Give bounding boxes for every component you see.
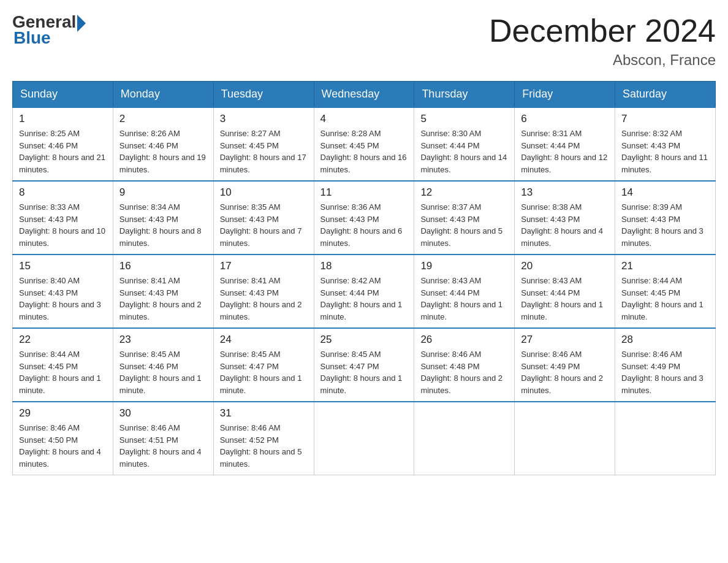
day-number: 17 (220, 260, 308, 272)
calendar-cell (314, 402, 414, 475)
calendar-cell (515, 402, 615, 475)
weekday-header-sunday: Sunday (13, 82, 113, 108)
day-info: Sunrise: 8:44 AMSunset: 4:45 PMDaylight:… (19, 348, 107, 396)
day-number: 10 (220, 186, 308, 199)
day-info: Sunrise: 8:45 AMSunset: 4:47 PMDaylight:… (220, 348, 308, 396)
day-number: 14 (621, 186, 709, 199)
calendar-cell (414, 402, 515, 475)
day-info: Sunrise: 8:33 AMSunset: 4:43 PMDaylight:… (19, 201, 107, 249)
calendar-cell: 6Sunrise: 8:31 AMSunset: 4:44 PMDaylight… (515, 107, 615, 181)
day-info: Sunrise: 8:32 AMSunset: 4:43 PMDaylight:… (621, 128, 709, 175)
day-info: Sunrise: 8:46 AMSunset: 4:48 PMDaylight:… (420, 348, 508, 396)
day-info: Sunrise: 8:38 AMSunset: 4:43 PMDaylight:… (521, 201, 609, 249)
calendar-cell: 24Sunrise: 8:45 AMSunset: 4:47 PMDayligh… (213, 328, 314, 402)
calendar-cell: 15Sunrise: 8:40 AMSunset: 4:43 PMDayligh… (13, 255, 113, 328)
day-info: Sunrise: 8:36 AMSunset: 4:43 PMDaylight:… (320, 201, 408, 249)
calendar-cell: 11Sunrise: 8:36 AMSunset: 4:43 PMDayligh… (314, 181, 414, 255)
calendar-cell: 7Sunrise: 8:32 AMSunset: 4:43 PMDaylight… (615, 107, 716, 181)
day-number: 2 (119, 113, 207, 125)
calendar-cell: 1Sunrise: 8:25 AMSunset: 4:46 PMDaylight… (13, 107, 113, 181)
day-info: Sunrise: 8:25 AMSunset: 4:46 PMDaylight:… (19, 128, 107, 175)
calendar-cell: 5Sunrise: 8:30 AMSunset: 4:44 PMDaylight… (414, 107, 515, 181)
location-title: Abscon, France (489, 52, 716, 69)
calendar-cell: 10Sunrise: 8:35 AMSunset: 4:43 PMDayligh… (213, 181, 314, 255)
day-number: 26 (420, 334, 508, 346)
calendar-cell: 27Sunrise: 8:46 AMSunset: 4:49 PMDayligh… (515, 328, 615, 402)
calendar-cell: 13Sunrise: 8:38 AMSunset: 4:43 PMDayligh… (515, 181, 615, 255)
day-info: Sunrise: 8:46 AMSunset: 4:51 PMDaylight:… (119, 422, 207, 470)
logo-arrow-icon (77, 15, 86, 32)
day-number: 31 (220, 407, 308, 419)
day-info: Sunrise: 8:46 AMSunset: 4:52 PMDaylight:… (220, 422, 308, 470)
day-info: Sunrise: 8:37 AMSunset: 4:43 PMDaylight:… (420, 201, 508, 249)
day-number: 22 (19, 334, 107, 346)
calendar-cell: 31Sunrise: 8:46 AMSunset: 4:52 PMDayligh… (213, 402, 314, 475)
calendar-week-row: 8Sunrise: 8:33 AMSunset: 4:43 PMDaylight… (13, 181, 716, 255)
day-number: 23 (119, 334, 207, 346)
calendar-cell: 3Sunrise: 8:27 AMSunset: 4:45 PMDaylight… (213, 107, 314, 181)
day-number: 27 (521, 334, 609, 346)
calendar-cell: 12Sunrise: 8:37 AMSunset: 4:43 PMDayligh… (414, 181, 515, 255)
day-info: Sunrise: 8:43 AMSunset: 4:44 PMDaylight:… (420, 275, 508, 323)
day-number: 3 (220, 113, 308, 125)
calendar-cell: 25Sunrise: 8:45 AMSunset: 4:47 PMDayligh… (314, 328, 414, 402)
weekday-header-saturday: Saturday (615, 82, 716, 108)
day-number: 16 (119, 260, 207, 272)
day-info: Sunrise: 8:34 AMSunset: 4:43 PMDaylight:… (119, 201, 207, 249)
day-info: Sunrise: 8:46 AMSunset: 4:49 PMDaylight:… (521, 348, 609, 396)
calendar-cell: 23Sunrise: 8:45 AMSunset: 4:46 PMDayligh… (113, 328, 213, 402)
day-info: Sunrise: 8:45 AMSunset: 4:46 PMDaylight:… (119, 348, 207, 396)
day-number: 7 (621, 113, 709, 125)
month-title: December 2024 (489, 12, 716, 49)
weekday-header-row: SundayMondayTuesdayWednesdayThursdayFrid… (13, 82, 716, 108)
day-info: Sunrise: 8:46 AMSunset: 4:50 PMDaylight:… (19, 422, 107, 470)
day-number: 18 (320, 260, 408, 272)
day-info: Sunrise: 8:27 AMSunset: 4:45 PMDaylight:… (220, 128, 308, 175)
calendar-cell: 8Sunrise: 8:33 AMSunset: 4:43 PMDaylight… (13, 181, 113, 255)
calendar-cell: 20Sunrise: 8:43 AMSunset: 4:44 PMDayligh… (515, 255, 615, 328)
day-number: 4 (320, 113, 408, 125)
day-info: Sunrise: 8:26 AMSunset: 4:46 PMDaylight:… (119, 128, 207, 175)
calendar-cell: 26Sunrise: 8:46 AMSunset: 4:48 PMDayligh… (414, 328, 515, 402)
day-number: 1 (19, 113, 107, 125)
day-number: 5 (420, 113, 508, 125)
weekday-header-wednesday: Wednesday (314, 82, 414, 108)
calendar-table: SundayMondayTuesdayWednesdayThursdayFrid… (12, 81, 716, 475)
weekday-header-friday: Friday (515, 82, 615, 108)
day-info: Sunrise: 8:31 AMSunset: 4:44 PMDaylight:… (521, 128, 609, 175)
day-info: Sunrise: 8:30 AMSunset: 4:44 PMDaylight:… (420, 128, 508, 175)
day-info: Sunrise: 8:42 AMSunset: 4:44 PMDaylight:… (320, 275, 408, 323)
day-info: Sunrise: 8:45 AMSunset: 4:47 PMDaylight:… (320, 348, 408, 396)
weekday-header-tuesday: Tuesday (213, 82, 314, 108)
calendar-cell: 2Sunrise: 8:26 AMSunset: 4:46 PMDaylight… (113, 107, 213, 181)
day-number: 24 (220, 334, 308, 346)
day-number: 19 (420, 260, 508, 272)
day-number: 29 (19, 407, 107, 419)
calendar-body: 1Sunrise: 8:25 AMSunset: 4:46 PMDaylight… (13, 107, 716, 475)
weekday-header-thursday: Thursday (414, 82, 515, 108)
calendar-cell: 9Sunrise: 8:34 AMSunset: 4:43 PMDaylight… (113, 181, 213, 255)
calendar-cell: 4Sunrise: 8:28 AMSunset: 4:45 PMDaylight… (314, 107, 414, 181)
logo: General Blue (12, 12, 86, 48)
calendar-cell: 22Sunrise: 8:44 AMSunset: 4:45 PMDayligh… (13, 328, 113, 402)
day-number: 11 (320, 186, 408, 199)
weekday-header-monday: Monday (113, 82, 213, 108)
calendar-week-row: 1Sunrise: 8:25 AMSunset: 4:46 PMDaylight… (13, 107, 716, 181)
day-info: Sunrise: 8:35 AMSunset: 4:43 PMDaylight:… (220, 201, 308, 249)
day-info: Sunrise: 8:40 AMSunset: 4:43 PMDaylight:… (19, 275, 107, 323)
calendar-cell: 16Sunrise: 8:41 AMSunset: 4:43 PMDayligh… (113, 255, 213, 328)
calendar-week-row: 22Sunrise: 8:44 AMSunset: 4:45 PMDayligh… (13, 328, 716, 402)
day-number: 8 (19, 186, 107, 199)
day-info: Sunrise: 8:46 AMSunset: 4:49 PMDaylight:… (621, 348, 709, 396)
day-info: Sunrise: 8:43 AMSunset: 4:44 PMDaylight:… (521, 275, 609, 323)
page-header: General Blue December 2024 Abscon, Franc… (12, 12, 716, 69)
calendar-cell (615, 402, 716, 475)
day-info: Sunrise: 8:39 AMSunset: 4:43 PMDaylight:… (621, 201, 709, 249)
calendar-cell: 30Sunrise: 8:46 AMSunset: 4:51 PMDayligh… (113, 402, 213, 475)
day-number: 21 (621, 260, 709, 272)
calendar-cell: 14Sunrise: 8:39 AMSunset: 4:43 PMDayligh… (615, 181, 716, 255)
day-number: 25 (320, 334, 408, 346)
calendar-cell: 21Sunrise: 8:44 AMSunset: 4:45 PMDayligh… (615, 255, 716, 328)
calendar-cell: 19Sunrise: 8:43 AMSunset: 4:44 PMDayligh… (414, 255, 515, 328)
calendar-cell: 17Sunrise: 8:41 AMSunset: 4:43 PMDayligh… (213, 255, 314, 328)
